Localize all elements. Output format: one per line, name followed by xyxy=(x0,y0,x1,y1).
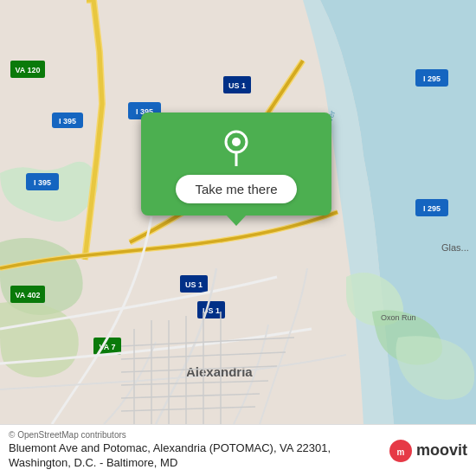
footer: © OpenStreetMap contributors Bluemont Av… xyxy=(0,424,476,476)
map-pin-icon xyxy=(217,128,255,166)
svg-text:m: m xyxy=(397,447,405,457)
svg-text:I 395: I 395 xyxy=(59,117,76,125)
svg-text:Alexandria: Alexandria xyxy=(186,364,253,379)
map-area: I 395 US 1 US 1 US 1 VA 120 VA 402 VA 7 … xyxy=(0,0,476,424)
moovit-label: moovit xyxy=(416,441,467,460)
location-popup: Take me there xyxy=(141,113,331,215)
svg-text:I 295: I 295 xyxy=(423,204,441,213)
osm-credit: © OpenStreetMap contributors xyxy=(9,430,382,440)
svg-text:VA 120: VA 120 xyxy=(15,66,40,74)
moovit-logo: m moovit xyxy=(389,439,467,463)
svg-text:Oxon Run: Oxon Run xyxy=(381,313,416,322)
svg-point-28 xyxy=(232,138,241,146)
svg-text:US 1: US 1 xyxy=(228,81,246,90)
footer-text: © OpenStreetMap contributors Bluemont Av… xyxy=(9,430,382,471)
moovit-icon: m xyxy=(389,439,413,463)
svg-text:I 295: I 295 xyxy=(423,74,441,83)
address-text: Bluemont Ave and Potomac, Alexandria (PO… xyxy=(9,441,382,471)
take-me-there-button[interactable]: Take me there xyxy=(176,175,296,203)
svg-text:VA 402: VA 402 xyxy=(15,291,40,299)
svg-text:Glas...: Glas... xyxy=(441,242,469,253)
svg-text:I 395: I 395 xyxy=(34,178,51,187)
svg-text:US 1: US 1 xyxy=(185,280,203,289)
